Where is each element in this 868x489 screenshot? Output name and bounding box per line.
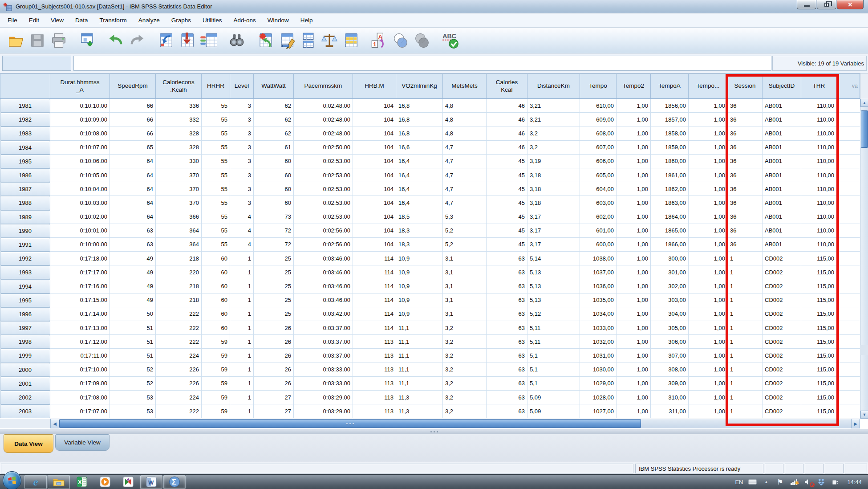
cell-thr-1989[interactable]: 110,00 xyxy=(801,210,837,224)
cell-tempo-1986[interactable]: 605,00 xyxy=(580,168,617,182)
cell-thr-1985[interactable]: 110,00 xyxy=(801,155,837,168)
cell-thr-1986[interactable]: 110,00 xyxy=(801,168,837,182)
cell-speed-1988[interactable]: 64 xyxy=(110,196,156,210)
row-header-1982[interactable]: 1982 xyxy=(0,113,50,126)
cell-hrhr-1989[interactable]: 55 xyxy=(202,210,230,224)
cell-calcons-1999[interactable]: 224 xyxy=(156,349,202,363)
network-icon[interactable]: ✱ xyxy=(789,478,798,486)
cell-subjectid-1989[interactable]: AB001 xyxy=(763,210,801,224)
column-header-tempoa[interactable]: TempoA xyxy=(651,73,689,99)
cell-distance-1995[interactable]: 5,13 xyxy=(527,293,580,307)
cell-pace-1992[interactable]: 0:03:46.00 xyxy=(294,252,353,265)
cell-vo2-1993[interactable]: 10,9 xyxy=(396,265,443,279)
column-header-pace[interactable]: Pacemmsskm xyxy=(294,73,353,99)
cell-distance-1994[interactable]: 5,13 xyxy=(527,279,580,293)
cell-subjectid-1988[interactable]: AB001 xyxy=(763,196,801,210)
cell-pace-1994[interactable]: 0:03:46.00 xyxy=(294,279,353,293)
cell-session-1982[interactable]: 36 xyxy=(728,113,763,126)
cell-durat-1993[interactable]: 0:17:17.00 xyxy=(50,265,110,279)
cell-level-1997[interactable]: 1 xyxy=(230,321,254,335)
cell-hrbm-1999[interactable]: 113 xyxy=(353,349,396,363)
column-header-tempo[interactable]: Tempo xyxy=(580,73,617,99)
cell-mets-1989[interactable]: 5,3 xyxy=(443,210,487,224)
cell-watt-1986[interactable]: 60 xyxy=(254,168,294,182)
cell-hrbm-1986[interactable]: 104 xyxy=(353,168,396,182)
cell-tempo2-1986[interactable]: 1,00 xyxy=(617,168,651,182)
cell-tempodots-1995[interactable]: 1,00 xyxy=(689,293,728,307)
variables-button[interactable] xyxy=(198,29,219,52)
cell-session-2002[interactable]: 1 xyxy=(728,391,763,404)
cell-tempodots-1994[interactable]: 1,00 xyxy=(689,279,728,293)
cell-calcons-1993[interactable]: 220 xyxy=(156,265,202,279)
redo-button[interactable] xyxy=(126,29,148,52)
cell-watt-1988[interactable]: 60 xyxy=(254,196,294,210)
cell-hrbm-1987[interactable]: 104 xyxy=(353,182,396,196)
cell-speed-1998[interactable]: 51 xyxy=(110,335,156,349)
cell-distance-2000[interactable]: 5,1 xyxy=(527,363,580,377)
cell-watt-1982[interactable]: 62 xyxy=(254,113,294,126)
cell-calcons-1990[interactable]: 364 xyxy=(156,224,202,238)
cell-mets-2003[interactable]: 3,2 xyxy=(443,404,487,418)
cell-tempodots-2003[interactable]: 1,00 xyxy=(689,404,728,418)
cell-thr-1997[interactable]: 115,00 xyxy=(801,321,837,335)
cell-tempoa-1986[interactable]: 1861,00 xyxy=(651,168,689,182)
cell-speed-1996[interactable]: 50 xyxy=(110,307,156,321)
cell-pace-1996[interactable]: 0:03:42.00 xyxy=(294,307,353,321)
row-header-1993[interactable]: 1993 xyxy=(0,265,50,279)
cell-calories-1982[interactable]: 46 xyxy=(487,113,527,126)
cell-tempo-2002[interactable]: 1028,00 xyxy=(580,391,617,404)
cell-tempo-2001[interactable]: 1029,00 xyxy=(580,377,617,391)
cell-hrhr-1982[interactable]: 55 xyxy=(202,113,230,126)
cell-hrbm-1990[interactable]: 104 xyxy=(353,224,396,238)
cell-tempo-1995[interactable]: 1035,00 xyxy=(580,293,617,307)
cell-tempodots-1981[interactable]: 1,00 xyxy=(689,99,728,113)
cell-calories-1999[interactable]: 63 xyxy=(487,349,527,363)
cell-calories-1997[interactable]: 63 xyxy=(487,321,527,335)
cell-hrhr-1991[interactable]: 55 xyxy=(202,238,230,252)
cell-hrbm-2001[interactable]: 113 xyxy=(353,377,396,391)
cell-calories-1983[interactable]: 46 xyxy=(487,126,527,140)
cell-mets-1985[interactable]: 4,7 xyxy=(443,155,487,168)
print-button[interactable] xyxy=(48,29,69,52)
cell-hrbm-1998[interactable]: 113 xyxy=(353,335,396,349)
row-header-1986[interactable]: 1986 xyxy=(0,168,50,182)
use-variable-sets-button[interactable] xyxy=(390,29,411,52)
cell-pace-1990[interactable]: 0:02:56.00 xyxy=(294,224,353,238)
cell-level-1985[interactable]: 3 xyxy=(230,155,254,168)
cell-distance-1997[interactable]: 5,11 xyxy=(527,321,580,335)
column-header-hrbm[interactable]: HRB.M xyxy=(353,73,396,99)
column-header-calcons[interactable]: Caloriecons .Kcalh xyxy=(156,73,202,99)
cell-hrbm-1995[interactable]: 114 xyxy=(353,293,396,307)
cell-tempo-1984[interactable]: 607,00 xyxy=(580,141,617,155)
cell-tempo-1982[interactable]: 609,00 xyxy=(580,113,617,126)
cell-subjectid-1981[interactable]: AB001 xyxy=(763,99,801,113)
cell-speed-1983[interactable]: 66 xyxy=(110,126,156,140)
cell-mets-1994[interactable]: 3,1 xyxy=(443,279,487,293)
cell-calcons-1989[interactable]: 366 xyxy=(156,210,202,224)
language-indicator[interactable]: EN xyxy=(735,479,743,485)
start-button[interactable] xyxy=(3,471,21,489)
minimize-button[interactable] xyxy=(797,0,816,9)
cell-vo2-1986[interactable]: 16,4 xyxy=(396,168,443,182)
cell-level-2000[interactable]: 1 xyxy=(230,363,254,377)
cell-vo2-1995[interactable]: 10,9 xyxy=(396,293,443,307)
cell-level-1983[interactable]: 3 xyxy=(230,126,254,140)
cell-hrhr-1997[interactable]: 60 xyxy=(202,321,230,335)
cell-tempo2-1993[interactable]: 1,00 xyxy=(617,265,651,279)
cell-calories-2002[interactable]: 63 xyxy=(487,391,527,404)
cell-tempo2-1984[interactable]: 1,00 xyxy=(617,141,651,155)
cell-hrhr-1990[interactable]: 55 xyxy=(202,224,230,238)
cell-calories-1998[interactable]: 63 xyxy=(487,335,527,349)
cell-hrbm-1988[interactable]: 104 xyxy=(353,196,396,210)
scroll-left-button[interactable]: ◀ xyxy=(50,419,59,428)
cell-mets-1999[interactable]: 3,2 xyxy=(443,349,487,363)
cell-mets-2002[interactable]: 3,2 xyxy=(443,391,487,404)
cell-calcons-1995[interactable]: 218 xyxy=(156,293,202,307)
row-header-1985[interactable]: 1985 xyxy=(0,155,50,168)
cell-watt-1991[interactable]: 72 xyxy=(254,238,294,252)
taskbar-media-player[interactable] xyxy=(94,475,116,489)
cell-subjectid-1987[interactable]: AB001 xyxy=(763,182,801,196)
cell-watt-1983[interactable]: 62 xyxy=(254,126,294,140)
cell-distance-1982[interactable]: 3,21 xyxy=(527,113,580,126)
insert-variable-button[interactable] xyxy=(276,29,297,52)
